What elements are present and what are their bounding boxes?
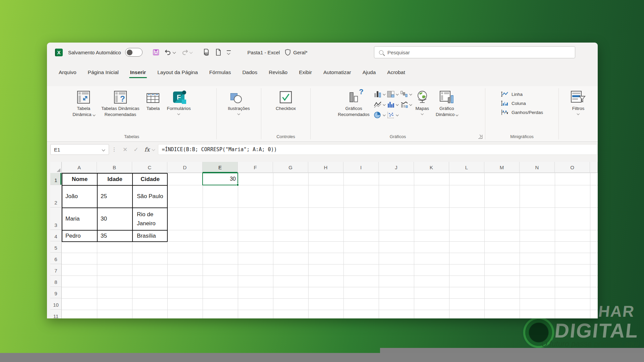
- name-box[interactable]: E1: [50, 144, 109, 155]
- table-button[interactable]: Tabela: [143, 89, 163, 141]
- row-header-6[interactable]: 6: [50, 253, 62, 264]
- cell-C1[interactable]: Cidade: [132, 173, 168, 185]
- cell-B2[interactable]: 25: [97, 185, 132, 208]
- column-chart-button[interactable]: [374, 90, 385, 98]
- row-header-3[interactable]: 3: [50, 207, 62, 230]
- autosave-label: Salvamento Automático: [68, 50, 121, 55]
- column-header-O[interactable]: O: [555, 162, 590, 173]
- new-file-button[interactable]: [214, 48, 223, 57]
- sparkline-winloss-icon: [501, 109, 509, 116]
- sensitivity-label[interactable]: Geral*: [284, 49, 308, 56]
- sparkline-column-button[interactable]: Coluna: [501, 100, 543, 107]
- column-header-D[interactable]: D: [167, 162, 203, 173]
- tab-arquivo[interactable]: Arquivo: [53, 67, 82, 80]
- column-header-M[interactable]: M: [484, 162, 520, 173]
- column-header-I[interactable]: I: [343, 162, 379, 173]
- sparkline-winloss-button[interactable]: Ganhos/Perdas: [501, 109, 543, 116]
- tab-revisão[interactable]: Revisão: [263, 67, 293, 80]
- column-header-C[interactable]: C: [132, 162, 167, 173]
- undo-button[interactable]: [163, 48, 177, 56]
- insert-function-button[interactable]: fx: [142, 146, 151, 153]
- tab-ajuda[interactable]: Ajuda: [357, 67, 382, 80]
- waterfall-chart-button[interactable]: [400, 90, 412, 98]
- column-header-E[interactable]: E: [203, 162, 238, 173]
- checkbox-control-button[interactable]: Checkbox: [273, 89, 299, 141]
- cell-A2[interactable]: João: [62, 185, 97, 208]
- formula-input[interactable]: =ÍNDICE(B:B; CORRESP("Maria"; A:A; 0)): [158, 144, 598, 155]
- pivot-table-button[interactable]: Tabela Dinâmica: [70, 89, 97, 141]
- redo-button[interactable]: [180, 48, 194, 56]
- forms-button[interactable]: F Formulários: [164, 89, 193, 141]
- search-icon: [379, 50, 383, 55]
- cell-C3[interactable]: Rio de Janeiro: [132, 208, 168, 230]
- pie-chart-button[interactable]: [374, 111, 385, 119]
- select-all-corner[interactable]: [50, 162, 62, 173]
- row-header-9[interactable]: 9: [50, 287, 62, 298]
- gridline: [62, 276, 598, 276]
- undo-dropdown-icon[interactable]: [172, 50, 176, 54]
- autosave-toggle[interactable]: [125, 48, 143, 57]
- column-header-K[interactable]: K: [414, 162, 449, 173]
- tab-dados[interactable]: Dados: [236, 67, 263, 80]
- tab-acrobat[interactable]: Acrobat: [381, 67, 411, 80]
- row-header-10[interactable]: 10: [50, 298, 62, 310]
- customize-qat-button[interactable]: [225, 49, 232, 55]
- tab-layout-da-página[interactable]: Layout da Página: [152, 67, 204, 80]
- histogram-chart-icon: [387, 101, 395, 109]
- cancel-entry-button[interactable]: ✕: [120, 146, 130, 153]
- ribbon-group-tabelas: Tabela Dinâmica ? Tabelas Dinâmicas: [47, 86, 216, 141]
- print-preview-button[interactable]: [201, 48, 211, 57]
- tab-inserir[interactable]: Inserir: [124, 67, 152, 80]
- combo-chart-button[interactable]: [400, 101, 412, 109]
- row-header-5[interactable]: 5: [50, 241, 62, 253]
- sparkline-line-button[interactable]: Linha: [501, 91, 543, 98]
- title-bar: X Salvamento Automático: [47, 43, 598, 62]
- tab-fórmulas[interactable]: Fórmulas: [204, 67, 237, 80]
- row-header-2[interactable]: 2: [50, 185, 62, 207]
- column-header-N[interactable]: N: [520, 162, 555, 173]
- fill-handle[interactable]: [236, 184, 239, 186]
- recommended-charts-button[interactable]: ? Gráficos Recomendados: [335, 89, 372, 141]
- cell-A4[interactable]: Pedro: [62, 230, 97, 242]
- search-box[interactable]: [374, 46, 575, 58]
- confirm-entry-button[interactable]: ✓: [130, 146, 141, 153]
- scatter-chart-button[interactable]: [387, 111, 398, 119]
- selected-cell-E1[interactable]: 30: [202, 173, 238, 185]
- cell-C2[interactable]: São Paulo: [132, 185, 168, 208]
- recommended-pivot-tables-button[interactable]: ? Tabelas Dinâmicas Recomendadas: [99, 89, 142, 141]
- row-header-1[interactable]: 1: [50, 173, 62, 185]
- histogram-chart-button[interactable]: [387, 101, 398, 109]
- cell-B3[interactable]: 30: [97, 208, 132, 230]
- tab-automatizar[interactable]: Automatizar: [318, 67, 357, 80]
- column-header-J[interactable]: J: [379, 162, 414, 173]
- illustrations-button[interactable]: Ilustrações: [225, 89, 252, 141]
- column-header-H[interactable]: H: [308, 162, 343, 173]
- cell-A1[interactable]: Nome: [62, 173, 97, 185]
- hierarchy-chart-button[interactable]: [387, 90, 398, 98]
- column-header-L[interactable]: L: [449, 162, 484, 173]
- filters-button[interactable]: Filtros: [568, 89, 589, 141]
- watermark-tagline: O futuro passa primeiro aqui: [541, 340, 639, 349]
- cell-A3[interactable]: Maria: [62, 208, 97, 230]
- column-header-G[interactable]: G: [273, 162, 308, 173]
- worksheet-grid[interactable]: ABCDEFGHIJKLMNO1234567891011NomeIdadeCid…: [50, 162, 598, 318]
- maps-button[interactable]: Mapas: [413, 89, 432, 141]
- row-header-8[interactable]: 8: [50, 276, 62, 287]
- cell-C4[interactable]: Brasília: [132, 230, 168, 242]
- row-header-4[interactable]: 4: [50, 230, 62, 241]
- column-header-F[interactable]: F: [238, 162, 273, 173]
- column-header-A[interactable]: A: [62, 162, 97, 173]
- pivot-chart-button[interactable]: Gráfico Dinâmico: [433, 89, 461, 141]
- row-header-11[interactable]: 11: [50, 310, 62, 318]
- save-button[interactable]: [151, 48, 161, 57]
- charts-dialog-launcher-icon[interactable]: [478, 135, 482, 139]
- column-header-B[interactable]: B: [97, 162, 132, 173]
- cell-B4[interactable]: 35: [97, 230, 132, 242]
- tab-página-inicial[interactable]: Página Inicial: [82, 67, 124, 80]
- dropdown-chevron-icon: [409, 93, 412, 95]
- search-input[interactable]: [387, 50, 562, 55]
- cell-B1[interactable]: Idade: [97, 173, 132, 185]
- line-chart-button[interactable]: [374, 101, 385, 109]
- row-header-7[interactable]: 7: [50, 264, 62, 276]
- tab-exibir[interactable]: Exibir: [293, 67, 318, 80]
